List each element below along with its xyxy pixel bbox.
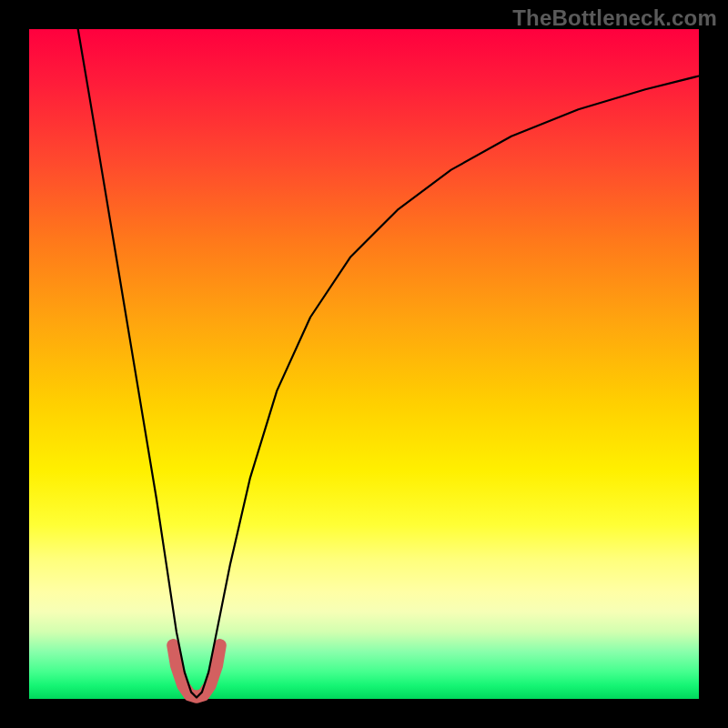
chart-curve: [78, 29, 699, 698]
watermark-text: TheBottleneck.com: [512, 5, 717, 31]
chart-svg: [29, 29, 699, 699]
chart-frame: TheBottleneck.com: [0, 0, 728, 728]
